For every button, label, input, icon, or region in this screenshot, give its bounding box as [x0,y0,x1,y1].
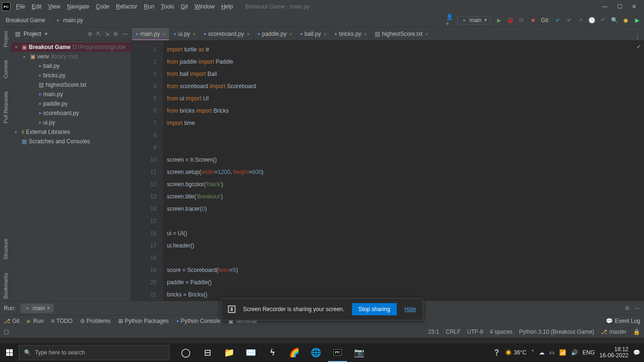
python-console-tab[interactable]: ●Python Console [176,318,221,324]
caret-position[interactable]: 23:1 [428,329,439,335]
editor-tab-ball-py[interactable]: ●ball.py× [297,28,331,40]
tree-file-ball-py[interactable]: ● ball.py [11,61,131,71]
add-user-icon[interactable]: 👤▾ [446,17,453,24]
editor-tab-scoreboard-py[interactable]: ●scoreboard.py× [200,28,254,40]
python-packages-tab[interactable]: ⊞Python Packages [118,318,169,324]
tabs-more-icon[interactable]: ⋮ [631,33,644,40]
notifications-icon[interactable]: 💬 [633,349,640,356]
screen-recorder-icon[interactable]: 📷 [350,343,369,362]
menu-refactor[interactable]: Refactor [113,2,140,11]
breadcrumb-file[interactable]: main.py [61,17,85,24]
weather-widget[interactable]: ☀️36°C [505,349,527,356]
run-tab-main[interactable]: ● main × [20,304,54,313]
close-icon[interactable]: × [193,32,196,37]
file-encoding[interactable]: UTF-8 [467,329,483,335]
lock-icon[interactable]: 🔒 [633,329,640,335]
wifi-icon[interactable]: 📶 [559,349,566,356]
volume-icon[interactable]: 🔊 [571,349,578,356]
tree-file-paddle-py[interactable]: ● paddle.py [11,99,131,108]
menu-help[interactable]: Help [218,2,236,11]
editor-tab-ui-py[interactable]: ●ui.py× [170,28,200,40]
close-icon[interactable]: × [247,32,249,37]
inspection-ok-icon[interactable]: ✔ [636,43,641,50]
minimize-icon[interactable]: — [602,3,608,10]
collapse-all-icon[interactable]: ⇲ [105,31,109,37]
run-anything-icon[interactable]: ▶ [634,17,640,24]
tree-file-main-py[interactable]: ● main.py [11,90,131,99]
git-rollback-icon[interactable]: ↶ [600,17,606,24]
hide-icon[interactable]: — [635,305,640,312]
task-view-icon[interactable]: ◯ [176,343,195,362]
event-log-tab[interactable]: 💬Event Log [606,318,640,324]
code-editor[interactable]: import turtle as trfrom paddle import Pa… [163,41,644,301]
editor-tab-highestScore-txt[interactable]: ▤highestScore.txt× [371,28,432,40]
gear-icon[interactable]: ⚙ [625,305,630,312]
tree-file-scoreboard-py[interactable]: ● scoreboard.py [11,108,131,118]
windows-search[interactable]: 🔍 Type here to search [19,345,170,360]
close-icon[interactable]: × [425,32,428,37]
git-pull-icon[interactable]: ✔ [554,17,561,24]
indent-setting[interactable]: 4 spaces [490,329,512,335]
close-icon[interactable]: × [324,32,327,37]
stop-icon[interactable]: ■ [529,17,536,24]
menu-git[interactable]: Git [178,2,190,11]
close-icon[interactable]: × [163,32,165,37]
hide-icon[interactable]: — [122,31,128,37]
git-tool-tab[interactable]: ⎇Git [4,318,19,324]
left-tool-bookmarks[interactable]: Bookmarks [3,271,8,301]
expand-all-icon[interactable]: ⇱ [96,31,101,37]
stop-sharing-button[interactable]: Stop sharing [352,303,396,315]
git-push-icon[interactable]: ↗ [577,17,584,24]
start-button[interactable] [0,343,19,362]
left-tool-project[interactable]: Project [3,29,8,49]
search-icon[interactable]: 🔍 [611,17,618,24]
editor-tab-paddle-py[interactable]: ●paddle.py× [254,28,296,40]
run-config-combo[interactable]: ● main ▼ [457,16,491,25]
debug-icon[interactable]: 🐞 [507,17,513,24]
breadcrumb-project[interactable]: Breakout Game [4,17,47,24]
pycharm-app-icon[interactable]: PC [328,343,347,362]
editor-tab-bricks-py[interactable]: ●bricks.py× [331,28,372,40]
close-icon[interactable]: ✕ [632,3,636,10]
left-tool-structure[interactable]: Structure [3,237,8,262]
chevron-down-icon[interactable]: ▼ [44,32,48,36]
tool-windows-icon[interactable]: ▢ [4,329,9,335]
maximize-icon[interactable]: ☐ [617,3,622,10]
locate-icon[interactable]: ⊕ [88,31,92,37]
pause-icon[interactable] [228,305,236,313]
coverage-icon[interactable]: ⟳ [518,17,525,24]
tree-venv[interactable]: ▸▣ venv library root [11,52,131,61]
menu-run[interactable]: Run [141,2,157,11]
git-branch[interactable]: ⎇master [601,329,627,335]
menu-navigate[interactable]: Navigate [64,2,92,11]
close-icon[interactable]: × [289,32,292,37]
edge-icon[interactable]: 🌐 [306,343,325,362]
menu-view[interactable]: View [45,2,63,11]
tree-root[interactable]: ▾▣ Breakout Game D:\Programming\Ude [11,42,131,52]
run-tool-tab[interactable]: ▶Run [27,318,43,324]
ide-updates-icon[interactable]: ◉ [622,17,629,24]
menu-file[interactable]: File [13,2,28,11]
git-commit-icon[interactable]: ✔ [566,17,572,24]
battery-icon[interactable]: ▭ [549,349,554,356]
gear-icon[interactable]: ⚙ [113,31,118,37]
menu-window[interactable]: Window [192,2,218,11]
menu-edit[interactable]: Edit [29,2,44,11]
git-history-icon[interactable]: 🕓 [588,17,595,24]
mail-icon[interactable]: ✉️ [241,343,260,362]
python-interpreter[interactable]: Python 3.10 (Breakout Game) [519,329,594,335]
help-tray-icon[interactable]: ❔ [493,349,500,356]
clock[interactable]: 18:12 16-06-2022 [600,346,628,359]
left-tool-pull-requests[interactable]: Pull Requests [3,90,8,125]
line-separator[interactable]: CRLF [446,329,461,335]
menu-tools[interactable]: Tools [158,2,177,11]
app-icon-1[interactable]: ϟ [263,343,282,362]
cortana-icon[interactable]: ⊟ [198,343,217,362]
hide-share-link[interactable]: Hide [405,306,416,313]
app-icon-2[interactable]: 🌈 [285,343,304,362]
project-panel-title[interactable]: Project [24,31,41,37]
close-icon[interactable]: × [47,305,50,312]
tray-chevron-icon[interactable]: ˄ [531,349,534,356]
tree-file-highestScore-txt[interactable]: ▤ highestScore.txt [11,80,131,90]
language-indicator[interactable]: ENG [583,349,595,356]
